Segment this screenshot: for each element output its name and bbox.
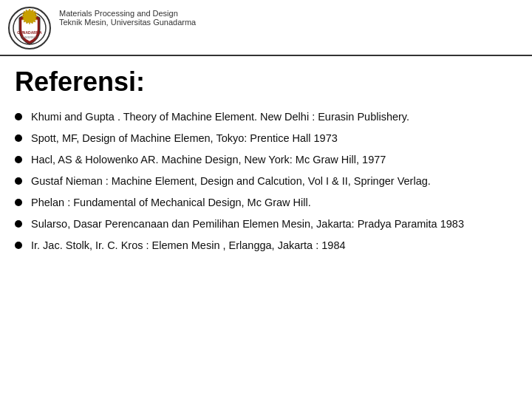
svg-text:UNIVERSITY: UNIVERSITY (21, 35, 38, 39)
header-line2: Teknik Mesin, Universitas Gunadarma (59, 18, 196, 27)
bullet-text: Gustaf Nieman : Machine Element, Design … (31, 174, 517, 189)
bullet-dot (15, 113, 22, 120)
list-item: Spott, MF, Design of Machine Elemen, Tok… (15, 131, 517, 146)
list-item: Khumi and Gupta . Theory of Machine Elem… (15, 109, 517, 125)
list-item: Hacl, AS & Holowenko AR. Machine Design,… (15, 152, 517, 168)
bullet-text: Khumi and Gupta . Theory of Machine Elem… (31, 109, 517, 125)
reference-list: Khumi and Gupta . Theory of Machine Elem… (15, 109, 517, 259)
page-title: Referensi: (15, 66, 517, 98)
list-item: Sularso, Dasar Perencanaan dan Pemilihan… (15, 216, 517, 232)
bullet-text: Spott, MF, Design of Machine Elemen, Tok… (31, 131, 517, 146)
list-item: Ir. Jac. Stolk, Ir. C. Kros : Elemen Mes… (15, 238, 517, 253)
bullet-dot (15, 220, 22, 228)
header: GUNADARMA UNIVERSITY Materials Processin… (0, 0, 532, 56)
bullet-text: Hacl, AS & Holowenko AR. Machine Design,… (31, 152, 517, 168)
bullet-text: Ir. Jac. Stolk, Ir. C. Kros : Elemen Mes… (31, 238, 517, 253)
bullet-dot (15, 134, 22, 142)
university-logo: GUNADARMA UNIVERSITY (7, 6, 52, 50)
bullet-dot (15, 177, 22, 185)
content-area: Referensi: Khumi and Gupta . Theory of M… (0, 56, 532, 399)
bullet-dot (15, 156, 22, 163)
header-line1: Materials Processing and Design (59, 9, 196, 18)
bullet-dot (15, 242, 22, 249)
header-text: Materials Processing and Design Teknik M… (59, 6, 196, 27)
bullet-dot (15, 199, 22, 206)
logo-area: GUNADARMA UNIVERSITY (7, 6, 52, 50)
list-item: Gustaf Nieman : Machine Element, Design … (15, 174, 517, 189)
svg-text:GUNADARMA: GUNADARMA (17, 30, 42, 35)
list-item: Phelan : Fundamental of Mechanical Desig… (15, 195, 517, 211)
page-container: GUNADARMA UNIVERSITY Materials Processin… (0, 0, 532, 399)
bullet-text: Sularso, Dasar Perencanaan dan Pemilihan… (31, 216, 517, 232)
bullet-text: Phelan : Fundamental of Mechanical Desig… (31, 195, 517, 211)
